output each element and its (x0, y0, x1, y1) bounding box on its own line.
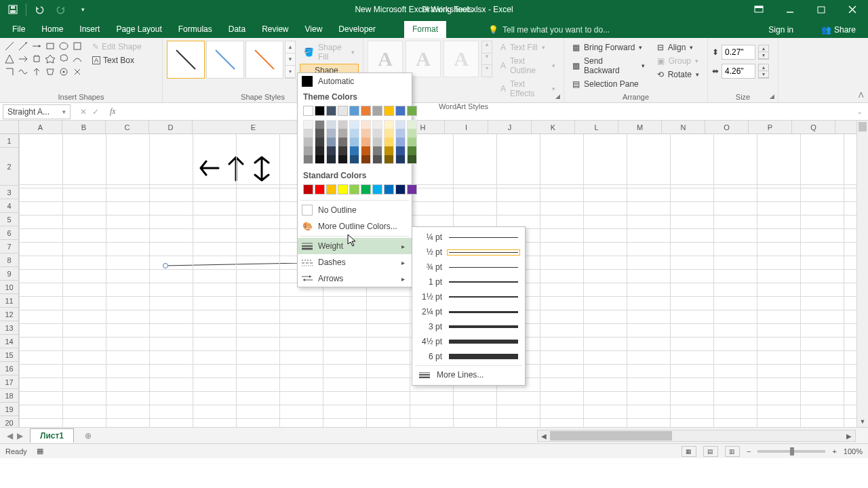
text-box-button[interactable]: AText Box (90, 54, 144, 66)
color-swatch[interactable] (372, 184, 382, 195)
tab-formulas[interactable]: Formulas (170, 21, 220, 38)
color-swatch[interactable] (338, 184, 348, 195)
weight-option[interactable]: 1½ pt (412, 289, 525, 304)
color-swatch[interactable] (349, 106, 359, 116)
color-swatch[interactable] (303, 138, 313, 146)
column-header[interactable]: N (662, 121, 705, 134)
color-swatch[interactable] (372, 129, 382, 138)
column-header[interactable]: Q (792, 121, 835, 134)
column-header[interactable]: P (749, 121, 792, 134)
color-swatch[interactable] (395, 120, 406, 129)
column-header[interactable]: O (705, 121, 749, 134)
color-swatch[interactable] (407, 106, 417, 116)
macro-recorder-icon[interactable]: ▦ (37, 447, 43, 455)
color-swatch[interactable] (395, 106, 406, 116)
shape-gallery-item[interactable] (45, 41, 57, 53)
expand-formula-icon[interactable]: ⌄ (852, 108, 868, 115)
column-header[interactable]: D (149, 121, 193, 134)
arrows-submenu-item[interactable]: Arrows▸ (298, 270, 412, 287)
collapse-ribbon-icon[interactable]: ᐱ (859, 91, 864, 100)
no-outline-item[interactable]: No Outline (298, 202, 412, 218)
color-swatch[interactable] (372, 155, 382, 164)
weight-option[interactable]: 2¼ pt (412, 304, 525, 319)
rotate-button[interactable]: ⟲Rotate▾ (653, 68, 703, 81)
sheet-tab[interactable]: Лист1 (30, 428, 74, 443)
weight-option[interactable]: 3 pt (412, 319, 525, 334)
shape-width-input[interactable] (722, 64, 755, 79)
color-swatch[interactable] (315, 146, 325, 155)
color-swatch[interactable] (361, 120, 371, 129)
row-header[interactable]: 7 (0, 240, 19, 253)
selected-line-shape[interactable] (165, 265, 301, 266)
color-swatch[interactable] (372, 138, 382, 146)
shape-gallery-item[interactable] (58, 41, 71, 53)
column-header[interactable]: J (488, 121, 532, 134)
color-swatch[interactable] (315, 106, 325, 116)
color-swatch[interactable] (349, 146, 359, 155)
shape-gallery-item[interactable] (4, 66, 16, 79)
row-header[interactable]: 13 (0, 321, 19, 335)
column-header[interactable]: I (445, 121, 488, 134)
row-header[interactable]: 2 (0, 148, 19, 186)
color-swatch[interactable] (349, 138, 359, 146)
shape-gallery-item[interactable] (4, 54, 16, 66)
column-header[interactable]: C (106, 121, 149, 134)
shape-gallery-item[interactable] (31, 41, 43, 53)
color-swatch[interactable] (326, 138, 336, 146)
row-header[interactable]: 9 (0, 267, 19, 281)
shape-gallery-item[interactable] (4, 41, 16, 53)
outline-automatic[interactable]: Automatic (298, 73, 412, 89)
color-swatch[interactable] (384, 120, 394, 129)
name-box[interactable]: Straight A...▾ (3, 104, 71, 119)
color-swatch[interactable] (326, 120, 336, 129)
color-swatch[interactable] (384, 138, 394, 146)
fx-icon[interactable]: fx (106, 106, 120, 117)
color-swatch[interactable] (338, 106, 348, 116)
ribbon-options-icon[interactable] (743, 0, 774, 19)
selection-pane-button[interactable]: ▤Selection Pane (568, 77, 649, 91)
row-header[interactable]: 3 (0, 186, 19, 199)
row-header[interactable]: 14 (0, 335, 19, 348)
shapes-gallery[interactable] (4, 41, 85, 79)
tab-developer[interactable]: Developer (330, 21, 384, 38)
dashes-submenu-item[interactable]: Dashes▸ (298, 254, 412, 270)
color-swatch[interactable] (361, 138, 371, 146)
color-swatch[interactable] (326, 129, 336, 138)
color-swatch[interactable] (338, 138, 348, 146)
add-sheet-button[interactable]: ⊕ (81, 428, 96, 443)
color-swatch[interactable] (384, 146, 394, 155)
row-header[interactable]: 4 (0, 199, 19, 213)
color-swatch[interactable] (303, 120, 313, 129)
tab-view[interactable]: View (297, 21, 331, 38)
shape-gallery-item[interactable] (18, 66, 30, 79)
color-swatch[interactable] (303, 106, 313, 116)
row-header[interactable]: 12 (0, 308, 19, 321)
color-swatch[interactable] (407, 146, 417, 155)
shape-gallery-item[interactable] (58, 54, 71, 66)
color-swatch[interactable] (303, 184, 313, 195)
tab-page-layout[interactable]: Page Layout (108, 21, 170, 38)
row-header[interactable]: 19 (0, 403, 19, 416)
column-header[interactable]: E (193, 121, 315, 134)
horizontal-scrollbar[interactable]: ◀▶ (537, 430, 856, 442)
row-header[interactable]: 20 (0, 416, 19, 427)
weight-option[interactable]: ¾ pt (412, 260, 525, 274)
shape-gallery-item[interactable] (18, 41, 30, 53)
undo-icon[interactable] (31, 1, 48, 18)
row-header[interactable]: 8 (0, 253, 19, 267)
color-swatch[interactable] (349, 184, 359, 195)
tab-insert[interactable]: Insert (71, 21, 108, 38)
color-swatch[interactable] (315, 138, 325, 146)
color-swatch[interactable] (338, 155, 348, 164)
weight-option[interactable]: ½ pt (412, 245, 525, 260)
maximize-icon[interactable] (806, 0, 837, 19)
color-swatch[interactable] (315, 129, 325, 138)
column-header[interactable]: K (532, 121, 575, 134)
shape-gallery-item[interactable] (45, 66, 57, 79)
color-swatch[interactable] (326, 106, 336, 116)
sheet-nav-prev-icon[interactable]: ◀ (7, 431, 13, 441)
scroll-down-icon[interactable]: ▼ (857, 415, 868, 427)
more-lines-item[interactable]: More Lines... (412, 367, 525, 382)
column-header[interactable]: L (575, 121, 618, 134)
color-swatch[interactable] (407, 184, 417, 195)
